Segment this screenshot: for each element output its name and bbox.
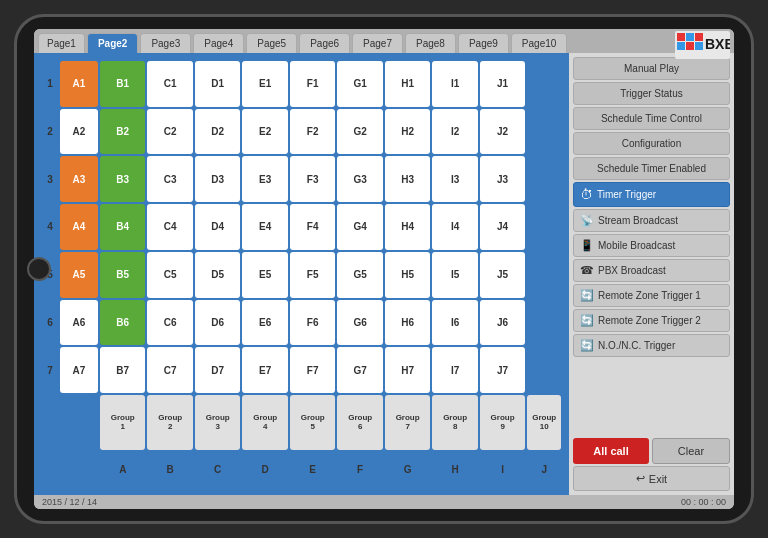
zone-cell-i3[interactable]: I3	[432, 156, 477, 202]
zone-cell-b6[interactable]: B6	[100, 300, 145, 346]
zone-cell-e7[interactable]: E7	[242, 347, 287, 393]
zone-cell-j1[interactable]: J1	[480, 61, 525, 107]
zone-cell-i6[interactable]: I6	[432, 300, 477, 346]
zone-cell-c1[interactable]: C1	[147, 61, 192, 107]
tab-page6[interactable]: Page6	[299, 33, 350, 53]
zone-cell-j7[interactable]: J7	[480, 347, 525, 393]
zone-cell-c4[interactable]: C4	[147, 204, 192, 250]
group-cell-1[interactable]: Group 1	[100, 395, 145, 450]
tab-page8[interactable]: Page8	[405, 33, 456, 53]
zone-cell-a2[interactable]: A2	[60, 109, 98, 155]
zone-cell-e4[interactable]: E4	[242, 204, 287, 250]
zone-cell-e6[interactable]: E6	[242, 300, 287, 346]
group-cell-4[interactable]: Group 4	[242, 395, 287, 450]
zone-cell-g6[interactable]: G6	[337, 300, 382, 346]
zone-cell-b3[interactable]: B3	[100, 156, 145, 202]
zone-cell-d2[interactable]: D2	[195, 109, 240, 155]
zone-cell-a3[interactable]: A3	[60, 156, 98, 202]
zone-cell-d6[interactable]: D6	[195, 300, 240, 346]
zone-cell-e3[interactable]: E3	[242, 156, 287, 202]
zone-cell-c5[interactable]: C5	[147, 252, 192, 298]
stream-broadcast-button[interactable]: 📡 Stream Broadcast	[573, 209, 730, 232]
zone-cell-f4[interactable]: F4	[290, 204, 335, 250]
zone-cell-h6[interactable]: H6	[385, 300, 430, 346]
zone-cell-d5[interactable]: D5	[195, 252, 240, 298]
zone-cell-d3[interactable]: D3	[195, 156, 240, 202]
zone-cell-h7[interactable]: H7	[385, 347, 430, 393]
mobile-broadcast-button[interactable]: 📱 Mobile Broadcast	[573, 234, 730, 257]
zone-cell-g3[interactable]: G3	[337, 156, 382, 202]
zone-cell-g1[interactable]: G1	[337, 61, 382, 107]
zone-cell-j4[interactable]: J4	[480, 204, 525, 250]
zone-cell-f1[interactable]: F1	[290, 61, 335, 107]
zone-cell-f7[interactable]: F7	[290, 347, 335, 393]
zone-cell-i5[interactable]: I5	[432, 252, 477, 298]
no-nc-trigger-button[interactable]: 🔄 N.O./N.C. Trigger	[573, 334, 730, 357]
zone-cell-b4[interactable]: B4	[100, 204, 145, 250]
tab-page4[interactable]: Page4	[193, 33, 244, 53]
home-button[interactable]	[27, 257, 51, 281]
zone-cell-f5[interactable]: F5	[290, 252, 335, 298]
zone-cell-f6[interactable]: F6	[290, 300, 335, 346]
zone-cell-h4[interactable]: H4	[385, 204, 430, 250]
zone-cell-i7[interactable]: I7	[432, 347, 477, 393]
group-cell-2[interactable]: Group 2	[147, 395, 192, 450]
zone-cell-f3[interactable]: F3	[290, 156, 335, 202]
tab-page5[interactable]: Page5	[246, 33, 297, 53]
zone-cell-h1[interactable]: H1	[385, 61, 430, 107]
exit-button[interactable]: ↩ Exit	[573, 466, 730, 491]
zone-cell-a4[interactable]: A4	[60, 204, 98, 250]
zone-cell-i1[interactable]: I1	[432, 61, 477, 107]
zone-cell-h2[interactable]: H2	[385, 109, 430, 155]
timer-trigger-button[interactable]: ⏱ Timer Trigger	[573, 182, 730, 207]
remote-zone-trigger-1-button[interactable]: 🔄 Remote Zone Trigger 1	[573, 284, 730, 307]
zone-cell-c7[interactable]: C7	[147, 347, 192, 393]
zone-cell-c6[interactable]: C6	[147, 300, 192, 346]
zone-cell-g2[interactable]: G2	[337, 109, 382, 155]
group-cell-10[interactable]: Group 10	[527, 395, 561, 450]
tab-page1[interactable]: Page1	[38, 33, 85, 53]
zone-cell-f2[interactable]: F2	[290, 109, 335, 155]
zone-cell-i2[interactable]: I2	[432, 109, 477, 155]
schedule-time-control-button[interactable]: Schedule Time Control	[573, 107, 730, 130]
zone-cell-e1[interactable]: E1	[242, 61, 287, 107]
zone-cell-h3[interactable]: H3	[385, 156, 430, 202]
zone-cell-a6[interactable]: A6	[60, 300, 98, 346]
zone-cell-d1[interactable]: D1	[195, 61, 240, 107]
group-cell-3[interactable]: Group 3	[195, 395, 240, 450]
zone-cell-e2[interactable]: E2	[242, 109, 287, 155]
trigger-status-button[interactable]: Trigger Status	[573, 82, 730, 105]
clear-button[interactable]: Clear	[652, 438, 730, 464]
zone-cell-e5[interactable]: E5	[242, 252, 287, 298]
zone-cell-g4[interactable]: G4	[337, 204, 382, 250]
group-cell-6[interactable]: Group 6	[337, 395, 382, 450]
schedule-timer-enabled-button[interactable]: Schedule Timer Enabled	[573, 157, 730, 180]
zone-cell-b5[interactable]: B5	[100, 252, 145, 298]
zone-cell-a5[interactable]: A5	[60, 252, 98, 298]
zone-cell-a7[interactable]: A7	[60, 347, 98, 393]
zone-cell-j5[interactable]: J5	[480, 252, 525, 298]
configuration-button[interactable]: Configuration	[573, 132, 730, 155]
pbx-broadcast-button[interactable]: ☎ PBX Broadcast	[573, 259, 730, 282]
group-cell-8[interactable]: Group 8	[432, 395, 477, 450]
tab-page3[interactable]: Page3	[140, 33, 191, 53]
zone-cell-j3[interactable]: J3	[480, 156, 525, 202]
zone-cell-c3[interactable]: C3	[147, 156, 192, 202]
zone-cell-d4[interactable]: D4	[195, 204, 240, 250]
zone-cell-h5[interactable]: H5	[385, 252, 430, 298]
tab-page2[interactable]: Page2	[87, 33, 138, 53]
zone-cell-j6[interactable]: J6	[480, 300, 525, 346]
zone-cell-g5[interactable]: G5	[337, 252, 382, 298]
group-cell-5[interactable]: Group 5	[290, 395, 335, 450]
zone-cell-c2[interactable]: C2	[147, 109, 192, 155]
group-cell-9[interactable]: Group 9	[480, 395, 525, 450]
zone-cell-b7[interactable]: B7	[100, 347, 145, 393]
zone-cell-b2[interactable]: B2	[100, 109, 145, 155]
zone-cell-a1[interactable]: A1	[60, 61, 98, 107]
group-cell-7[interactable]: Group 7	[385, 395, 430, 450]
zone-cell-b1[interactable]: B1	[100, 61, 145, 107]
all-call-button[interactable]: All call	[573, 438, 649, 464]
zone-cell-j2[interactable]: J2	[480, 109, 525, 155]
tab-page10[interactable]: Page10	[511, 33, 567, 53]
zone-cell-i4[interactable]: I4	[432, 204, 477, 250]
